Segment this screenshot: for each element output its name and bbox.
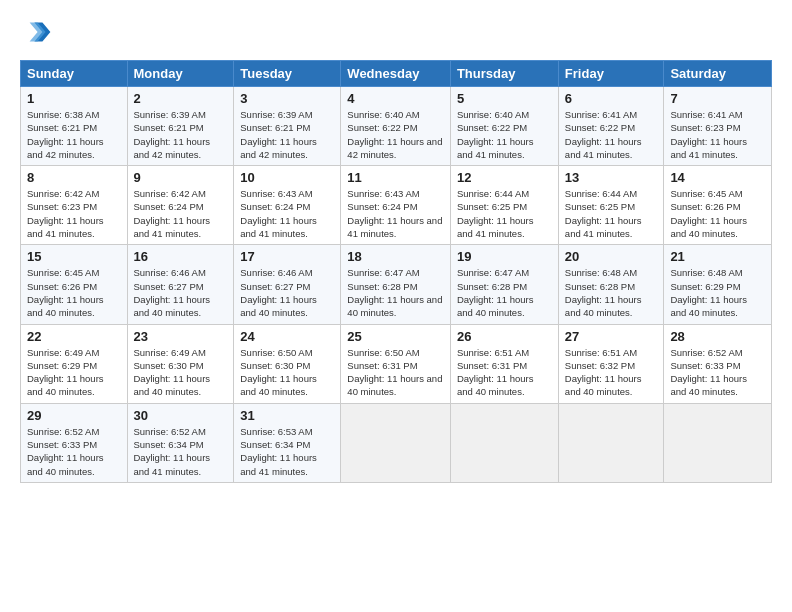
day-number: 18 [347, 249, 444, 264]
daylight-label: Daylight: 11 hours and 42 minutes. [347, 136, 442, 160]
sunset-label: Sunset: 6:33 PM [670, 360, 740, 371]
day-info: Sunrise: 6:42 AM Sunset: 6:24 PM Dayligh… [134, 187, 228, 240]
day-info: Sunrise: 6:40 AM Sunset: 6:22 PM Dayligh… [347, 108, 444, 161]
day-info: Sunrise: 6:46 AM Sunset: 6:27 PM Dayligh… [240, 266, 334, 319]
header-row: Sunday Monday Tuesday Wednesday Thursday… [21, 61, 772, 87]
daylight-label: Daylight: 11 hours and 41 minutes. [565, 136, 642, 160]
day-number: 6 [565, 91, 658, 106]
calendar-cell: 19 Sunrise: 6:47 AM Sunset: 6:28 PM Dayl… [450, 245, 558, 324]
daylight-label: Daylight: 11 hours and 40 minutes. [134, 373, 211, 397]
sunrise-label: Sunrise: 6:51 AM [565, 347, 637, 358]
day-number: 28 [670, 329, 765, 344]
day-number: 27 [565, 329, 658, 344]
day-number: 1 [27, 91, 121, 106]
sunrise-label: Sunrise: 6:46 AM [240, 267, 312, 278]
daylight-label: Daylight: 11 hours and 41 minutes. [457, 215, 534, 239]
day-info: Sunrise: 6:44 AM Sunset: 6:25 PM Dayligh… [565, 187, 658, 240]
day-info: Sunrise: 6:51 AM Sunset: 6:32 PM Dayligh… [565, 346, 658, 399]
day-number: 31 [240, 408, 334, 423]
sunrise-label: Sunrise: 6:51 AM [457, 347, 529, 358]
day-info: Sunrise: 6:40 AM Sunset: 6:22 PM Dayligh… [457, 108, 552, 161]
sunrise-label: Sunrise: 6:41 AM [565, 109, 637, 120]
day-info: Sunrise: 6:49 AM Sunset: 6:29 PM Dayligh… [27, 346, 121, 399]
calendar-cell: 10 Sunrise: 6:43 AM Sunset: 6:24 PM Dayl… [234, 166, 341, 245]
sunset-label: Sunset: 6:21 PM [134, 122, 204, 133]
calendar-cell: 9 Sunrise: 6:42 AM Sunset: 6:24 PM Dayli… [127, 166, 234, 245]
day-info: Sunrise: 6:45 AM Sunset: 6:26 PM Dayligh… [27, 266, 121, 319]
sunrise-label: Sunrise: 6:42 AM [27, 188, 99, 199]
sunset-label: Sunset: 6:28 PM [347, 281, 417, 292]
sunset-label: Sunset: 6:23 PM [670, 122, 740, 133]
day-number: 14 [670, 170, 765, 185]
logo [20, 16, 58, 48]
sunrise-label: Sunrise: 6:45 AM [27, 267, 99, 278]
sunset-label: Sunset: 6:21 PM [240, 122, 310, 133]
sunrise-label: Sunrise: 6:48 AM [670, 267, 742, 278]
calendar-cell: 29 Sunrise: 6:52 AM Sunset: 6:33 PM Dayl… [21, 403, 128, 482]
sunrise-label: Sunrise: 6:52 AM [27, 426, 99, 437]
daylight-label: Daylight: 11 hours and 41 minutes. [240, 452, 317, 476]
daylight-label: Daylight: 11 hours and 40 minutes. [27, 294, 104, 318]
sunrise-label: Sunrise: 6:39 AM [134, 109, 206, 120]
sunset-label: Sunset: 6:24 PM [240, 201, 310, 212]
sunset-label: Sunset: 6:33 PM [27, 439, 97, 450]
sunset-label: Sunset: 6:28 PM [457, 281, 527, 292]
sunrise-label: Sunrise: 6:41 AM [670, 109, 742, 120]
sunset-label: Sunset: 6:31 PM [457, 360, 527, 371]
daylight-label: Daylight: 11 hours and 42 minutes. [134, 136, 211, 160]
calendar-cell: 31 Sunrise: 6:53 AM Sunset: 6:34 PM Dayl… [234, 403, 341, 482]
daylight-label: Daylight: 11 hours and 42 minutes. [240, 136, 317, 160]
day-info: Sunrise: 6:52 AM Sunset: 6:33 PM Dayligh… [27, 425, 121, 478]
sunset-label: Sunset: 6:23 PM [27, 201, 97, 212]
daylight-label: Daylight: 11 hours and 41 minutes. [240, 215, 317, 239]
daylight-label: Daylight: 11 hours and 40 minutes. [27, 373, 104, 397]
sunrise-label: Sunrise: 6:39 AM [240, 109, 312, 120]
sunset-label: Sunset: 6:26 PM [670, 201, 740, 212]
calendar-cell: 18 Sunrise: 6:47 AM Sunset: 6:28 PM Dayl… [341, 245, 451, 324]
day-number: 12 [457, 170, 552, 185]
sunrise-label: Sunrise: 6:43 AM [347, 188, 419, 199]
sunrise-label: Sunrise: 6:49 AM [27, 347, 99, 358]
sunrise-label: Sunrise: 6:48 AM [565, 267, 637, 278]
day-number: 19 [457, 249, 552, 264]
calendar-cell: 8 Sunrise: 6:42 AM Sunset: 6:23 PM Dayli… [21, 166, 128, 245]
day-info: Sunrise: 6:42 AM Sunset: 6:23 PM Dayligh… [27, 187, 121, 240]
page-header [20, 16, 772, 48]
logo-icon [20, 16, 52, 48]
calendar-cell: 12 Sunrise: 6:44 AM Sunset: 6:25 PM Dayl… [450, 166, 558, 245]
calendar-cell [450, 403, 558, 482]
day-number: 7 [670, 91, 765, 106]
sunset-label: Sunset: 6:21 PM [27, 122, 97, 133]
day-number: 25 [347, 329, 444, 344]
calendar-table: Sunday Monday Tuesday Wednesday Thursday… [20, 60, 772, 483]
day-info: Sunrise: 6:38 AM Sunset: 6:21 PM Dayligh… [27, 108, 121, 161]
calendar-cell: 23 Sunrise: 6:49 AM Sunset: 6:30 PM Dayl… [127, 324, 234, 403]
calendar-cell: 26 Sunrise: 6:51 AM Sunset: 6:31 PM Dayl… [450, 324, 558, 403]
sunrise-label: Sunrise: 6:53 AM [240, 426, 312, 437]
calendar-body: 1 Sunrise: 6:38 AM Sunset: 6:21 PM Dayli… [21, 87, 772, 483]
sunset-label: Sunset: 6:29 PM [670, 281, 740, 292]
day-info: Sunrise: 6:52 AM Sunset: 6:33 PM Dayligh… [670, 346, 765, 399]
col-tuesday: Tuesday [234, 61, 341, 87]
day-number: 5 [457, 91, 552, 106]
day-number: 26 [457, 329, 552, 344]
day-number: 24 [240, 329, 334, 344]
calendar-cell: 2 Sunrise: 6:39 AM Sunset: 6:21 PM Dayli… [127, 87, 234, 166]
sunset-label: Sunset: 6:27 PM [134, 281, 204, 292]
day-info: Sunrise: 6:47 AM Sunset: 6:28 PM Dayligh… [457, 266, 552, 319]
day-number: 15 [27, 249, 121, 264]
daylight-label: Daylight: 11 hours and 40 minutes. [347, 373, 442, 397]
calendar-cell: 24 Sunrise: 6:50 AM Sunset: 6:30 PM Dayl… [234, 324, 341, 403]
day-number: 9 [134, 170, 228, 185]
calendar-cell: 11 Sunrise: 6:43 AM Sunset: 6:24 PM Dayl… [341, 166, 451, 245]
sunset-label: Sunset: 6:22 PM [347, 122, 417, 133]
sunset-label: Sunset: 6:27 PM [240, 281, 310, 292]
day-info: Sunrise: 6:49 AM Sunset: 6:30 PM Dayligh… [134, 346, 228, 399]
calendar-week-3: 15 Sunrise: 6:45 AM Sunset: 6:26 PM Dayl… [21, 245, 772, 324]
sunrise-label: Sunrise: 6:44 AM [565, 188, 637, 199]
day-number: 16 [134, 249, 228, 264]
calendar-cell [341, 403, 451, 482]
calendar-cell: 15 Sunrise: 6:45 AM Sunset: 6:26 PM Dayl… [21, 245, 128, 324]
sunrise-label: Sunrise: 6:42 AM [134, 188, 206, 199]
sunset-label: Sunset: 6:31 PM [347, 360, 417, 371]
